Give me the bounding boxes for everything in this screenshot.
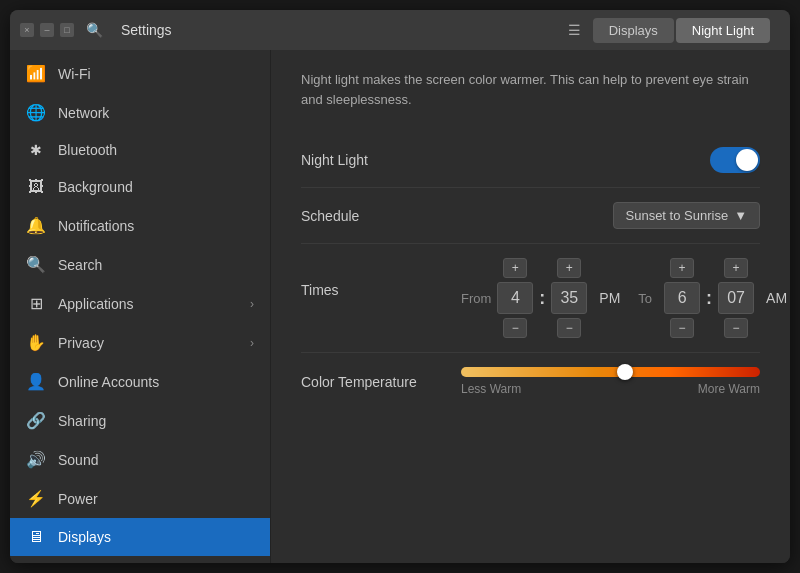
from-hour-increment[interactable]: +	[503, 258, 527, 278]
menu-button[interactable]: ☰	[564, 18, 585, 42]
night-light-label: Night Light	[301, 152, 461, 168]
sound-icon: 🔊	[26, 450, 46, 469]
wifi-icon: 📶	[26, 64, 46, 83]
from-hour-group: + 4 −	[497, 258, 533, 338]
color-temp-header: Color Temperature Less Warm More Warm	[301, 367, 760, 396]
titlebar: × – □ 🔍 Settings ☰ Displays Night Light	[10, 10, 790, 50]
sidebar-item-background[interactable]: 🖼 Background	[10, 168, 270, 206]
sidebar: 📶 Wi-Fi 🌐 Network ✱ Bluetooth 🖼 Backgrou…	[10, 50, 270, 563]
sidebar-item-displays[interactable]: 🖥 Displays	[10, 518, 270, 556]
content-area: Night light makes the screen color warme…	[270, 50, 790, 563]
from-minute-increment[interactable]: +	[557, 258, 581, 278]
night-light-control	[710, 147, 760, 173]
window-title: Settings	[121, 22, 556, 38]
sidebar-item-label: Wi-Fi	[58, 66, 91, 82]
privacy-icon: ✋	[26, 333, 46, 352]
color-temp-label: Color Temperature	[301, 374, 461, 390]
night-light-description: Night light makes the screen color warme…	[301, 70, 760, 109]
color-temp-slider-track[interactable]	[461, 367, 760, 377]
sidebar-item-label: Privacy	[58, 335, 104, 351]
from-minute-group: + 35 −	[551, 258, 587, 338]
schedule-dropdown[interactable]: Sunset to Sunrise ▼	[613, 202, 761, 229]
sidebar-item-bluetooth[interactable]: ✱ Bluetooth	[10, 132, 270, 168]
schedule-value: Sunset to Sunrise	[626, 208, 729, 223]
sidebar-item-wifi[interactable]: 📶 Wi-Fi	[10, 54, 270, 93]
sidebar-item-label: Notifications	[58, 218, 134, 234]
tab-night-light[interactable]: Night Light	[676, 18, 770, 43]
dropdown-arrow-icon: ▼	[734, 208, 747, 223]
displays-icon: 🖥	[26, 528, 46, 546]
minimize-button[interactable]: –	[40, 23, 54, 37]
sharing-icon: 🔗	[26, 411, 46, 430]
sidebar-item-label: Displays	[58, 529, 111, 545]
sidebar-item-mouse-touchpad[interactable]: 🖱 Mouse & Touchpad	[10, 556, 270, 563]
from-minute-value: 35	[551, 282, 587, 314]
to-hour-decrement[interactable]: −	[670, 318, 694, 338]
sidebar-item-power[interactable]: ⚡ Power	[10, 479, 270, 518]
search-icon[interactable]: 🔍	[82, 18, 107, 42]
to-hour-group: + 6 −	[664, 258, 700, 338]
color-temp-slider-area: Less Warm More Warm	[461, 367, 760, 396]
sidebar-item-privacy[interactable]: ✋ Privacy ›	[10, 323, 270, 362]
to-label: To	[638, 269, 652, 328]
night-light-toggle[interactable]	[710, 147, 760, 173]
from-hour-decrement[interactable]: −	[503, 318, 527, 338]
main-content: 📶 Wi-Fi 🌐 Network ✱ Bluetooth 🖼 Backgrou…	[10, 50, 790, 563]
settings-window: × – □ 🔍 Settings ☰ Displays Night Light …	[10, 10, 790, 563]
maximize-button[interactable]: □	[60, 23, 74, 37]
from-minute-decrement[interactable]: −	[557, 318, 581, 338]
sidebar-item-sound[interactable]: 🔊 Sound	[10, 440, 270, 479]
sidebar-item-network[interactable]: 🌐 Network	[10, 93, 270, 132]
tab-bar: Displays Night Light	[593, 18, 770, 43]
times-control: From + 4 − : + 35 − PM To	[461, 258, 790, 338]
sidebar-item-label: Applications	[58, 296, 134, 312]
to-period: AM	[766, 268, 787, 328]
notifications-icon: 🔔	[26, 216, 46, 235]
network-icon: 🌐	[26, 103, 46, 122]
schedule-label: Schedule	[301, 208, 461, 224]
search-sidebar-icon: 🔍	[26, 255, 46, 274]
applications-icon: ⊞	[26, 294, 46, 313]
to-minute-group: + 07 −	[718, 258, 754, 338]
sidebar-item-label: Search	[58, 257, 102, 273]
color-temp-row: Color Temperature Less Warm More Warm	[301, 353, 760, 410]
sidebar-item-applications[interactable]: ⊞ Applications ›	[10, 284, 270, 323]
close-button[interactable]: ×	[20, 23, 34, 37]
times-row: Times From + 4 − : + 35 −	[301, 244, 760, 353]
to-minute-decrement[interactable]: −	[724, 318, 748, 338]
from-label: From	[461, 269, 491, 328]
times-label: Times	[301, 258, 461, 298]
night-light-row: Night Light	[301, 133, 760, 188]
sidebar-item-notifications[interactable]: 🔔 Notifications	[10, 206, 270, 245]
schedule-control: Sunset to Sunrise ▼	[613, 202, 761, 229]
sidebar-item-search[interactable]: 🔍 Search	[10, 245, 270, 284]
schedule-row: Schedule Sunset to Sunrise ▼	[301, 188, 760, 244]
sidebar-item-sharing[interactable]: 🔗 Sharing	[10, 401, 270, 440]
sidebar-item-label: Background	[58, 179, 133, 195]
more-warm-label: More Warm	[698, 382, 760, 396]
online-accounts-icon: 👤	[26, 372, 46, 391]
to-minute-value: 07	[718, 282, 754, 314]
tab-displays[interactable]: Displays	[593, 18, 674, 43]
sidebar-item-label: Bluetooth	[58, 142, 117, 158]
to-hour-increment[interactable]: +	[670, 258, 694, 278]
bluetooth-icon: ✱	[26, 142, 46, 158]
chevron-right-icon: ›	[250, 297, 254, 311]
window-controls: × – □	[20, 23, 74, 37]
background-icon: 🖼	[26, 178, 46, 196]
sidebar-item-label: Power	[58, 491, 98, 507]
time-colon-1: :	[539, 266, 545, 331]
sidebar-item-online-accounts[interactable]: 👤 Online Accounts	[10, 362, 270, 401]
chevron-right-icon: ›	[250, 336, 254, 350]
power-icon: ⚡	[26, 489, 46, 508]
color-temp-labels: Less Warm More Warm	[461, 382, 760, 396]
from-period: PM	[599, 268, 620, 328]
time-colon-2: :	[706, 266, 712, 331]
color-temp-slider-handle[interactable]	[617, 364, 633, 380]
sidebar-item-label: Network	[58, 105, 109, 121]
sidebar-item-label: Online Accounts	[58, 374, 159, 390]
sidebar-item-label: Sharing	[58, 413, 106, 429]
to-minute-increment[interactable]: +	[724, 258, 748, 278]
to-hour-value: 6	[664, 282, 700, 314]
less-warm-label: Less Warm	[461, 382, 521, 396]
